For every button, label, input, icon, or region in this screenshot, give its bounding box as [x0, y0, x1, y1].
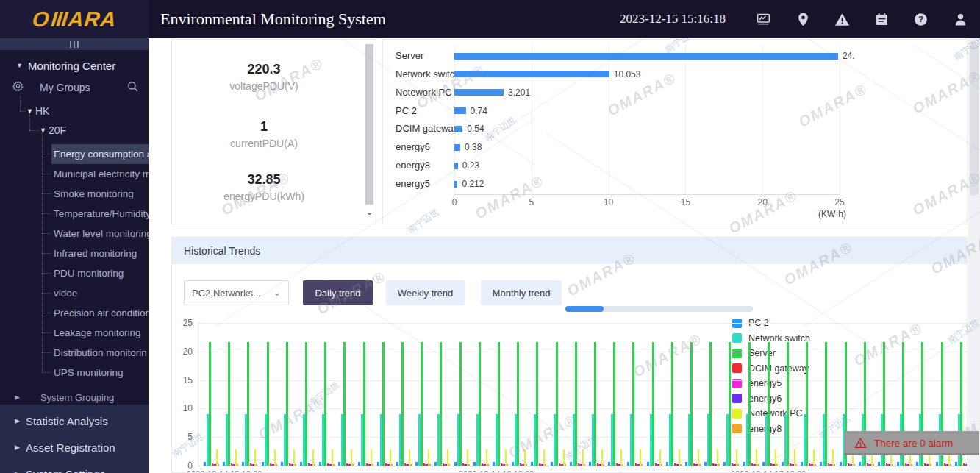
user-icon[interactable]: [952, 11, 968, 27]
trend-bar-energy8: [854, 464, 855, 466]
legend-item-energy8[interactable]: energy8: [732, 422, 810, 437]
tree-item-distribution-monitorin[interactable]: Distribution monitorin: [0, 343, 149, 363]
trend-range-slider-thumb[interactable]: [565, 306, 604, 312]
sidebar-item-label: Asset Registration: [26, 441, 115, 454]
device-selector-dropdown[interactable]: PC2,Networks... ⌄: [184, 280, 289, 305]
trend-bar-server: [479, 342, 481, 466]
stat-block: 1currentPDU(A): [172, 119, 356, 149]
tree-item-temperature-humidity[interactable]: Temperature/Humidity: [0, 204, 149, 224]
x-gridline: [454, 46, 455, 194]
y-tick-label: 5: [174, 432, 193, 442]
trend-button-daily-trend[interactable]: Daily trend: [303, 280, 373, 305]
trend-bar-pc-2: [377, 462, 379, 466]
header-icon-bar: ?: [744, 0, 980, 38]
tree-item-infrared-monitoring[interactable]: Infrared monitoring: [0, 243, 149, 263]
stat-value: 1: [172, 119, 356, 135]
sidebar-item-system-settings[interactable]: ▶System Settings: [0, 465, 149, 473]
trend-bar-energy8: [834, 464, 835, 466]
trend-bar-pc-2: [685, 462, 687, 466]
tree-item-municipal-electricity-m[interactable]: Municipal electricity m: [0, 164, 149, 184]
trend-bar-server: [632, 342, 634, 466]
monitor-chart-icon[interactable]: [756, 11, 772, 27]
trend-bar-notework-pc: [293, 449, 295, 466]
search-icon[interactable]: [126, 80, 139, 96]
x-gridline: [609, 46, 609, 194]
trend-bar-energy8: [448, 464, 450, 466]
location-pin-icon[interactable]: [795, 11, 811, 27]
trend-bar-pc-2: [840, 462, 842, 466]
trend-bar-energy8: [892, 464, 893, 466]
sidebar-item-statistic-analysis[interactable]: ▶Statistic Analysis: [0, 412, 149, 430]
trend-bar-energy8: [429, 464, 431, 466]
tree-item-smoke-monitoring[interactable]: Smoke monitoring: [0, 184, 149, 204]
page-scrollbar-thumb[interactable]: [970, 41, 979, 196]
page-scrollbar[interactable]: [968, 38, 980, 473]
trend-bar-pc-2: [801, 462, 803, 466]
trend-bar-pc-2: [955, 462, 957, 466]
legend-item-energy5[interactable]: energy5: [732, 376, 810, 391]
help-icon[interactable]: ?: [913, 11, 929, 27]
tree-node-20f[interactable]: ▼ 20F: [0, 123, 149, 138]
trend-button-weekly-trend[interactable]: Weekly trend: [386, 280, 465, 305]
tree-guide: [42, 293, 51, 294]
trend-bar-server: [498, 342, 500, 466]
y-gridline: [198, 380, 968, 381]
x-tick-label: 15: [679, 197, 691, 207]
trend-bar-pc-2: [743, 462, 745, 466]
brand-logo: OIIIARA: [31, 7, 118, 32]
x-tick-label: 5: [526, 197, 537, 207]
chevron-down-icon: ▼: [40, 127, 46, 134]
stats-scrollbar-thumb[interactable]: [365, 44, 373, 205]
tree-item-pdu-monitoring[interactable]: PDU monitoring: [0, 263, 149, 283]
legend-item-dcim-gateway[interactable]: DCIM gateway: [732, 361, 810, 377]
trend-bar-energy8: [661, 464, 662, 466]
sidebar-collapse-handle[interactable]: [0, 38, 149, 50]
alarm-status-badge[interactable]: There are 0 alarm: [844, 431, 979, 455]
pdu-stats-panel: 220.3voltagePDU(V)1currentPDU(A)32.85ene…: [171, 39, 376, 224]
tree-item-leakage-monitoring[interactable]: Leakage monitoring: [0, 323, 149, 343]
tree-item-water-level-monitoring[interactable]: Water level monitoring: [0, 224, 149, 243]
trend-bar-energy8: [218, 464, 219, 466]
trend-bar-notework-pc: [756, 449, 757, 466]
tree-guide: [42, 273, 51, 274]
trend-bar-pc-2: [878, 462, 880, 466]
tree-item-energy-consumption-a[interactable]: Energy consumption a: [0, 144, 149, 164]
trend-button-monthly-trend[interactable]: Monthly trend: [481, 280, 562, 305]
legend-item-energy6[interactable]: energy6: [732, 391, 810, 407]
trend-bar-notework-pc: [640, 449, 641, 466]
chevron-down-icon[interactable]: ⌄: [364, 206, 375, 217]
trend-bar-server: [806, 342, 808, 466]
trend-bar-server: [228, 342, 230, 466]
trend-bar-energy8: [603, 464, 604, 466]
bar-category-label: PC 2: [396, 105, 454, 116]
tree-item-vidoe[interactable]: vidoe: [0, 283, 149, 303]
bar-value-label: 24.: [843, 51, 855, 61]
legend-item-server[interactable]: Server: [732, 346, 810, 361]
sidebar-item-monitoring-center[interactable]: ▼ Monitoring Center: [0, 57, 149, 74]
tree-item-precision-air-conditione[interactable]: Precision air conditione: [0, 303, 149, 323]
tree-item-ups-monitoring[interactable]: UPS monitoring: [0, 363, 149, 383]
alarm-warning-icon[interactable]: [834, 11, 851, 27]
stat-value: 32.85: [172, 172, 356, 188]
trend-bar-pc-2: [396, 462, 398, 466]
sidebar-item-my-groups[interactable]: My Groups: [0, 79, 149, 96]
tree-node-hk[interactable]: ▼ HK: [0, 104, 149, 118]
bar-category-label: Network switch: [396, 68, 454, 79]
sidebar-item-asset-registration[interactable]: ▶Asset Registration: [0, 438, 149, 456]
bar-value-label: 0.38: [465, 142, 482, 152]
x-axis-line: [198, 466, 968, 466]
trend-bar-notework-pc: [428, 449, 429, 466]
log-calendar-icon[interactable]: [873, 11, 890, 27]
trend-bar-energy8: [930, 464, 931, 466]
sidebar-item-system-grouping[interactable]: ▶ System Grouping: [0, 390, 149, 405]
trend-bar-energy8: [680, 464, 682, 466]
logo-area: OIIIARA: [0, 0, 149, 38]
trend-bar-server: [440, 342, 442, 466]
alarm-status-label: There are 0 alarm: [874, 438, 953, 449]
stat-label: voltagePDU(V): [172, 80, 356, 92]
trend-bar-notework-pc: [775, 449, 776, 466]
legend-item-network-switch[interactable]: Network switch: [732, 331, 810, 346]
trend-bar-notework-pc: [679, 449, 680, 466]
trend-range-slider[interactable]: [565, 306, 753, 312]
app-header: OIIIARA Environmental Monitoring System …: [0, 0, 980, 38]
